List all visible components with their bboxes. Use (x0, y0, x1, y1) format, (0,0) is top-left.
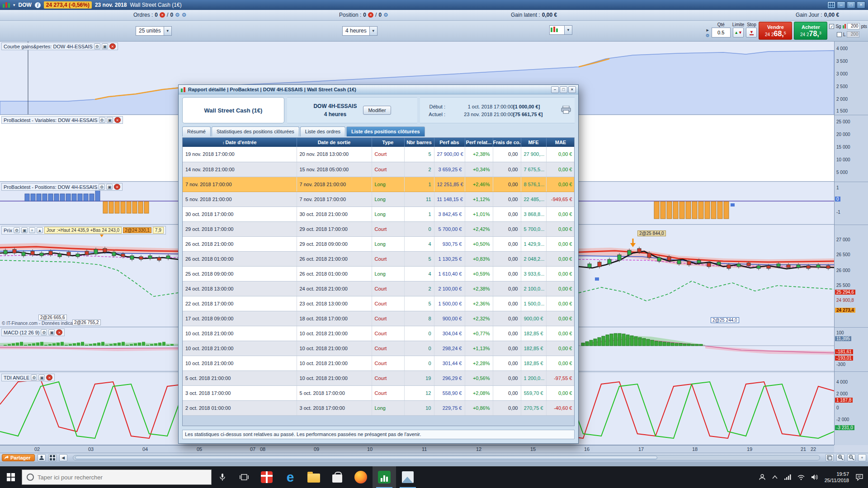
taskbar-app-gift[interactable] (255, 466, 278, 488)
prix-settings-icon[interactable]: ⚙ (14, 227, 20, 233)
accounts-icon[interactable] (38, 454, 46, 461)
account-tab[interactable]: Wall Street Cash (1€) (182, 97, 284, 123)
mic-icon[interactable] (212, 466, 233, 488)
position-row[interactable]: 5 oct. 2018 21:00:0010 oct. 2018 21:00:0… (183, 371, 575, 385)
column-header[interactable]: ↕Date d'entrée (183, 138, 297, 147)
l-checkbox[interactable] (837, 32, 842, 37)
column-header[interactable]: Date de sortie (297, 138, 372, 147)
search-input[interactable] (38, 474, 187, 481)
variables-close-icon[interactable]: × (114, 117, 121, 123)
tdi-settings-icon[interactable]: ⚙ (31, 375, 37, 380)
sell-button[interactable]: Vendre 24 268,5 (759, 22, 792, 40)
position-row[interactable]: 10 oct. 2018 21:00:0010 oct. 2018 21:00:… (183, 341, 575, 356)
taskbar-app-trading[interactable] (373, 466, 396, 488)
expand-icon[interactable]: ▸ (706, 27, 709, 33)
zoom-in-icon[interactable] (836, 454, 844, 461)
column-header[interactable]: Perf relat... (465, 138, 493, 147)
tab-3[interactable]: Liste des ordres (300, 127, 345, 136)
volume-icon[interactable] (811, 474, 818, 480)
maximize-button[interactable]: □ (847, 1, 855, 9)
qty-input[interactable] (712, 28, 731, 38)
wifi-icon[interactable] (797, 474, 805, 480)
modify-button[interactable]: Modifier (363, 106, 391, 115)
tab-2[interactable]: Statistiques des positions clôturées (212, 127, 299, 136)
position-row[interactable]: 22 oct. 2018 17:00:0023 oct. 2018 13:00:… (183, 296, 575, 311)
taskbar-app-photos[interactable] (396, 466, 420, 488)
column-header[interactable]: Perf abs (434, 138, 465, 147)
position-row[interactable]: 10 oct. 2018 21:00:0010 oct. 2018 21:00:… (183, 356, 575, 371)
scroll-left-icon[interactable]: ◀ (59, 454, 67, 461)
close-button[interactable]: × (857, 1, 865, 9)
gains-close-icon[interactable]: × (109, 43, 116, 49)
macd-settings-icon[interactable]: ⚙ (41, 329, 47, 335)
tab-4[interactable]: Liste des positions clôturées (346, 127, 425, 136)
timeframe-dropdown-icon[interactable]: ▼ (370, 26, 377, 36)
notification-icon[interactable] (855, 474, 863, 481)
positions-window-icon[interactable]: ▣ (106, 184, 113, 190)
variables-window-icon[interactable]: ▣ (107, 117, 113, 123)
position-row[interactable]: 30 oct. 2018 17:00:0030 oct. 2018 21:00:… (183, 206, 575, 221)
column-header[interactable]: Frais de co... (493, 138, 521, 147)
timeframe-select[interactable]: 4 heures ▼ (342, 26, 377, 36)
tdi-window-icon[interactable]: ▣ (38, 375, 45, 380)
dialog-minimize-button[interactable]: – (551, 86, 559, 93)
position-row[interactable]: 10 oct. 2018 21:00:0010 oct. 2018 21:00:… (183, 326, 575, 341)
column-header[interactable]: Type (372, 138, 404, 147)
taskbar-search[interactable] (22, 469, 212, 485)
position-row[interactable]: 25 oct. 2018 09:00:0026 oct. 2018 01:00:… (183, 266, 575, 281)
position-row[interactable]: 5 nov. 2018 21:00:007 nov. 2018 17:00:00… (183, 192, 575, 206)
layers-icon[interactable] (826, 454, 834, 461)
network-icon[interactable] (784, 474, 791, 480)
dialog-close-button[interactable]: × (568, 86, 576, 93)
buy-button[interactable]: Acheter 24 278,3 (794, 22, 827, 40)
trade-settings-icon[interactable]: ⚙ (706, 33, 710, 38)
prix-add-icon[interactable]: + (29, 227, 35, 233)
start-button[interactable] (0, 466, 22, 488)
macd-close-icon[interactable]: × (56, 329, 62, 335)
taskbar-app-firefox[interactable] (349, 466, 373, 488)
position-row[interactable]: 7 nov. 2018 17:00:007 nov. 2018 21:00:00… (183, 177, 575, 192)
taskbar-app-edge[interactable]: e (278, 466, 302, 488)
units-select[interactable]: 25 unités ▼ (136, 26, 172, 36)
limit-order-button[interactable]: ▲▼ (733, 28, 744, 38)
position-row[interactable]: 14 nov. 2018 21:00:0015 nov. 2018 05:00:… (183, 162, 575, 177)
position-row[interactable]: 3 oct. 2018 17:00:005 oct. 2018 17:00:00… (183, 385, 575, 400)
sg-checkbox[interactable]: ✓ (829, 24, 834, 29)
add-panel-icon[interactable]: + (858, 454, 866, 461)
taskbar-clock[interactable]: 19:57 25/11/2018 (825, 471, 849, 484)
chart-style-select[interactable]: ▼ (549, 25, 572, 35)
taskbar-app-explorer[interactable] (302, 466, 326, 488)
close-position-icon[interactable]: × (368, 12, 373, 18)
variables-settings-icon[interactable]: ⚙ (99, 117, 105, 123)
workspace-grid-icon[interactable] (48, 454, 57, 461)
position-row[interactable]: 29 oct. 2018 17:00:0029 oct. 2018 17:00:… (183, 221, 575, 236)
positions-settings-icon[interactable]: ⚙ (99, 184, 105, 190)
limit-points-input[interactable]: 200 (847, 31, 859, 38)
prix-window-icon[interactable]: ▣ (21, 227, 28, 233)
task-view-button[interactable] (233, 466, 255, 488)
dialog-maximize-button[interactable]: □ (560, 86, 567, 93)
tdi-close-icon[interactable]: × (46, 375, 52, 380)
units-dropdown-icon[interactable]: ▼ (164, 26, 172, 36)
tray-expand-icon[interactable] (772, 475, 778, 479)
stop-points-input[interactable]: 200 (847, 23, 860, 29)
sort-icon[interactable]: ↕ (222, 141, 225, 145)
workspaces-icon[interactable] (827, 1, 835, 9)
column-header[interactable]: Nbr barres (404, 138, 434, 147)
position-row[interactable]: 17 oct. 2018 09:00:0018 oct. 2018 17:00:… (183, 311, 575, 326)
chart-style-dropdown-icon[interactable]: ▼ (565, 25, 572, 35)
position-row[interactable]: 2 oct. 2018 01:00:003 oct. 2018 17:00:00… (183, 400, 575, 415)
position-row[interactable]: 26 oct. 2018 21:00:0029 oct. 2018 09:00:… (183, 236, 575, 251)
symbol-dropdown-icon[interactable]: ▾ (13, 3, 15, 7)
stop-order-button[interactable]: ▼ (746, 28, 757, 38)
people-icon[interactable] (759, 474, 766, 481)
column-header[interactable]: MFE (521, 138, 546, 147)
dialog-title-bar[interactable]: Rapport détaillé | ProBacktest | DOW 4H-… (179, 85, 578, 94)
positions-close-icon[interactable]: × (114, 184, 120, 190)
orders-settings2-icon[interactable]: ⚙ (182, 12, 187, 18)
tab-1[interactable]: Résumé (182, 127, 211, 136)
share-button[interactable]: Partager (2, 454, 35, 461)
position-row[interactable]: 26 oct. 2018 01:00:0026 oct. 2018 21:00:… (183, 251, 575, 266)
zoom-out-icon[interactable] (847, 454, 855, 461)
position-row[interactable]: 19 nov. 2018 17:00:0020 nov. 2018 13:00:… (183, 147, 575, 162)
